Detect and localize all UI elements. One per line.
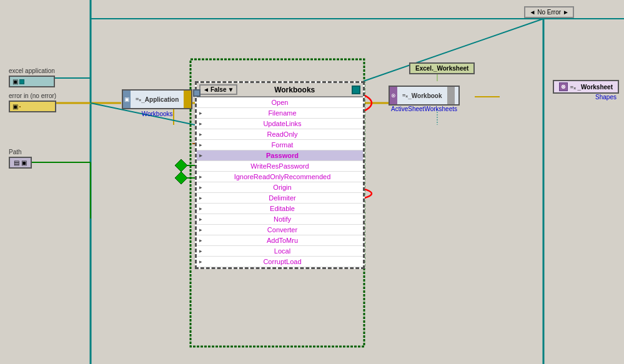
application-name: _Application (141, 96, 179, 103)
workbook-worksheets-label: Worksheets (424, 106, 457, 112)
menu-item-local-label: Local (207, 247, 358, 255)
application-right-port (184, 91, 191, 108)
menu-items-list: Open Filename UpdateLinks ReadOnly Forma… (197, 97, 363, 267)
excel-app-block: excel application ▣ (9, 67, 55, 87)
path-body: ▤ ▣ (9, 157, 32, 169)
workbook-label-text: =ₓ _Workbook (397, 87, 447, 104)
menu-item-corruptload[interactable]: CorruptLoad (197, 257, 363, 267)
no-error-label: No Error (537, 9, 561, 16)
menu-item-addtomru-label: AddToMru (207, 237, 358, 244)
menu-item-writerespassword[interactable]: WriteResPassword (197, 161, 363, 172)
workbook-body: ⊗ =ₓ _Workbook (389, 86, 460, 106)
workbook-prefix: =ₓ (402, 92, 408, 99)
menu-item-converter[interactable]: Converter (197, 225, 363, 235)
excel-app-icon: ▣ (12, 78, 18, 85)
port-icon: ▣ (124, 96, 130, 102)
menu-item-ignorerecommended-label: IgnoreReadOnlyRecommended (207, 173, 358, 180)
main-function-block: ◄ False ▼ Workbooks Open Filename Update… (195, 81, 365, 269)
menu-item-origin[interactable]: Origin (197, 182, 363, 193)
excel-app-body: ▣ (9, 76, 55, 87)
workbooks-title: Workbooks (241, 86, 348, 94)
menu-item-readonly[interactable]: ReadOnly (197, 129, 363, 140)
menu-item-delimiter[interactable]: Delimiter (197, 193, 363, 204)
menu-item-filename[interactable]: Filename (197, 108, 363, 119)
menu-item-filename-label: Filename (207, 109, 358, 117)
application-left-port: ▣ (123, 91, 131, 108)
application-label-text: =ₓ _Application (131, 91, 184, 108)
menu-item-corruptload-label: CorruptLoad (207, 258, 358, 265)
main-block-header: ◄ False ▼ Workbooks (197, 83, 363, 97)
excel-ws-label: Excel._Worksheet (415, 65, 468, 72)
svg-marker-16 (175, 159, 187, 172)
menu-item-password[interactable]: Password (197, 150, 363, 161)
error-in-label: error in (no error) (9, 92, 56, 99)
svg-marker-17 (175, 172, 187, 184)
app-prefix: =ₓ (136, 96, 141, 102)
worksheet-block: ⊗ =ₓ _Worksheet Shapes (553, 80, 619, 101)
path-block: Path ▤ ▣ (9, 149, 32, 169)
menu-item-origin-label: Origin (207, 184, 358, 191)
no-error-block: ◄ No Error ► (524, 6, 574, 18)
false-button[interactable]: ◄ False ▼ (199, 84, 237, 95)
false-arrow-down: ▼ (227, 86, 234, 93)
ws-prefix: =ₓ (570, 84, 578, 91)
menu-item-addtomru[interactable]: AddToMru (197, 235, 363, 246)
menu-item-notify[interactable]: Notify (197, 214, 363, 225)
workbook-block: ⊗ =ₓ _Workbook ActiveSheet Worksheets (389, 86, 460, 112)
menu-item-format[interactable]: Format (197, 140, 363, 150)
error-in-block: error in (no error) ▣ (9, 92, 56, 112)
arrow-right-icon: ► (563, 9, 569, 16)
worksheet-body: ⊗ =ₓ _Worksheet (553, 80, 619, 94)
menu-item-converter-label: Converter (207, 226, 358, 234)
workbook-port-icon: ⊗ (391, 92, 396, 99)
main-right-connector (352, 86, 360, 94)
false-arrow-left: ◄ (203, 86, 209, 93)
menu-item-notify-label: Notify (207, 215, 358, 223)
menu-item-writerespassword-label: WriteResPassword (202, 162, 358, 170)
worksheet-icon: ⊗ (559, 82, 568, 91)
menu-item-updatelinks-label: UpdateLinks (207, 120, 358, 127)
worksheet-icon-sym: ⊗ (561, 84, 566, 90)
workbook-right-port (447, 87, 455, 104)
error-in-connector (19, 106, 21, 107)
application-sublabel: Workbooks (122, 111, 192, 117)
workbook-sublabels: ActiveSheet Worksheets (389, 106, 460, 112)
worksheet-sublabel: Shapes (553, 94, 619, 101)
arrow-left-icon: ◄ (529, 9, 535, 16)
excel-app-connector (19, 79, 24, 84)
menu-item-editable-label: Editable (207, 205, 358, 212)
menu-item-open[interactable]: Open (197, 97, 363, 108)
excel-ws-body: Excel._Worksheet (409, 62, 475, 74)
menu-item-open-label: Open (202, 99, 358, 106)
menu-item-updatelinks[interactable]: UpdateLinks (197, 119, 363, 129)
menu-item-password-label: Password (207, 152, 358, 159)
excel-worksheet-block: Excel._Worksheet (409, 62, 475, 74)
menu-item-ignorerecommended[interactable]: IgnoreReadOnlyRecommended (197, 172, 363, 182)
ws-name: _Worksheet (577, 84, 613, 91)
workbook-activesheet-label: ActiveSheet (391, 106, 424, 112)
main-left-connector (193, 89, 201, 97)
menu-item-editable[interactable]: Editable (197, 204, 363, 214)
error-in-icon: ▣ (12, 103, 18, 110)
menu-item-local[interactable]: Local (197, 246, 363, 257)
workbook-left-port: ⊗ (390, 87, 397, 104)
false-label: False (210, 86, 227, 93)
workbook-name: _Workbook (408, 92, 442, 99)
no-error-button[interactable]: ◄ No Error ► (524, 6, 574, 18)
menu-item-delimiter-label: Delimiter (207, 194, 358, 202)
worksheet-label-text: =ₓ _Worksheet (570, 84, 613, 91)
path-label: Path (9, 149, 32, 155)
menu-item-readonly-label: ReadOnly (207, 130, 358, 138)
error-in-body: ▣ (9, 101, 56, 112)
application-block: ▣ =ₓ _Application Workbooks (122, 89, 192, 117)
application-body: ▣ =ₓ _Application (122, 89, 192, 109)
excel-app-label: excel application (9, 67, 55, 74)
menu-item-format-label: Format (207, 141, 358, 149)
path-icon: ▤ ▣ (14, 159, 27, 166)
